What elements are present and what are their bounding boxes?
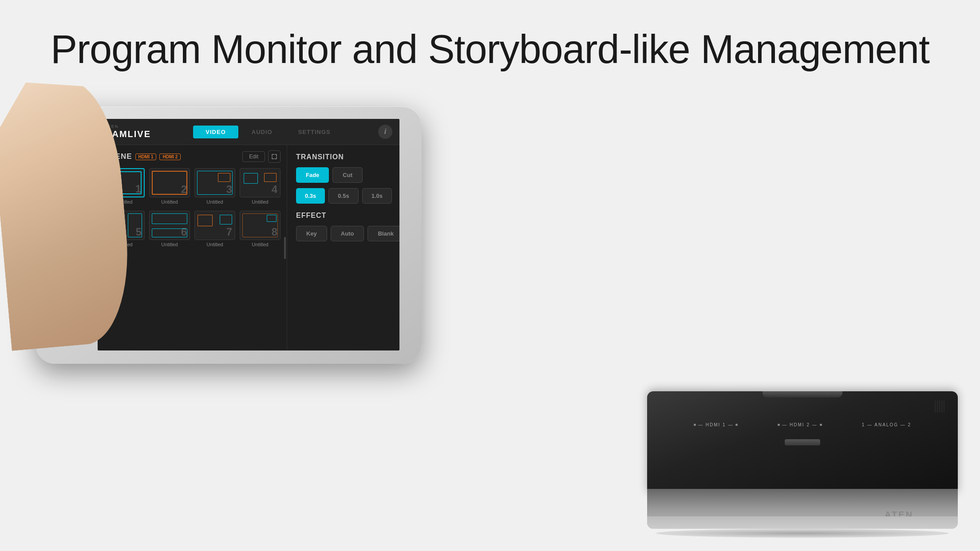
right-panel: TRANSITION Fade Cut 0.3s 0.5s 1.0s — [287, 145, 399, 350]
key-button[interactable]: Key — [296, 226, 327, 241]
scene-thumb-4: 4 — [240, 168, 281, 197]
vent-5 — [944, 400, 944, 413]
speed-10s-button[interactable]: 1.0s — [362, 188, 392, 204]
port-dot-1 — [694, 424, 696, 426]
vent-1 — [935, 400, 936, 413]
speed-05s-button[interactable]: 0.5s — [328, 188, 358, 204]
port-dot-3 — [778, 424, 780, 426]
port-dot-4 — [820, 424, 822, 426]
hdmi1-badge: HDMI 1 — [135, 153, 157, 160]
app-main-content: SCENE HDMI 1 HDMI 2 Edit — [98, 145, 399, 350]
port-hdmi1: — HDMI 1 — — [694, 422, 738, 427]
vent-3 — [939, 400, 940, 413]
scene-thumb-8: 8 — [240, 211, 281, 240]
scene-label-3: Untitled — [206, 199, 223, 205]
scene-item-8[interactable]: 8 Untitled — [240, 211, 281, 247]
scene-item-6[interactable]: 6 Untitled — [149, 211, 190, 247]
edit-button[interactable]: Edit — [242, 151, 265, 162]
app-header: ATEN CAMLIVE VIDEO AUDIO SETTINGS i — [98, 119, 399, 145]
scene-item-7[interactable]: 7 Untitled — [194, 211, 235, 247]
speed-03s-button[interactable]: 0.3s — [296, 188, 325, 204]
scene-header: SCENE HDMI 1 HDMI 2 Edit — [104, 150, 281, 163]
device-front-face: ATEN — [647, 489, 958, 529]
transition-speed-group: 0.3s 0.5s 1.0s — [296, 188, 399, 204]
scene-number-7: 7 — [226, 226, 232, 238]
scene-thumb-6: 6 — [149, 211, 190, 240]
scene-label-8: Untitled — [252, 242, 268, 247]
port-hdmi2: — HDMI 2 — — [778, 422, 822, 427]
fade-button[interactable]: Fade — [296, 167, 329, 183]
scene-number-5: 5 — [136, 226, 142, 238]
device-front-stripe — [647, 516, 958, 529]
auto-button[interactable]: Auto — [331, 226, 364, 241]
scene-grid: 1 Untitled 2 Untitled — [104, 168, 281, 247]
thumb-left-7 — [198, 215, 213, 226]
vent-4 — [941, 400, 942, 413]
vent-2 — [937, 400, 938, 413]
expand-button[interactable] — [268, 150, 281, 163]
scene-label-2: Untitled — [161, 199, 178, 205]
device-main-body: — HDMI 1 — — HDMI 2 — 1 — ANALOG — 2 — [647, 391, 958, 493]
info-button[interactable]: i — [378, 125, 392, 139]
port-dot-2 — [735, 424, 738, 426]
device-ports: — HDMI 1 — — HDMI 2 — 1 — ANALOG — 2 — [647, 422, 958, 427]
cut-button[interactable]: Cut — [332, 167, 363, 183]
thumb-pip-3 — [218, 173, 230, 182]
thumb-right-4 — [264, 173, 277, 182]
tab-settings[interactable]: SETTINGS — [286, 126, 343, 138]
effect-options-group: Key Auto Blank — [296, 226, 399, 241]
hdmi2-badge: HDMI 2 — [159, 153, 181, 160]
thumb-pip-8 — [267, 215, 277, 222]
device-center-button — [785, 439, 820, 445]
scene-number-4: 4 — [272, 183, 277, 196]
scene-label-7: Untitled — [206, 242, 223, 247]
effect-section: EFFECT Key Auto Blank — [296, 212, 399, 241]
thumb-left-4 — [244, 173, 258, 184]
effect-title: EFFECT — [296, 212, 399, 220]
tab-video[interactable]: VIDEO — [193, 126, 238, 138]
scene-label-4: Untitled — [252, 199, 268, 205]
scene-thumb-2: 2 — [149, 168, 190, 197]
device-body: — HDMI 1 — — HDMI 2 — 1 — ANALOG — 2 ATE… — [647, 391, 958, 529]
scene-number-3: 3 — [226, 183, 232, 196]
scene-item-2[interactable]: 2 Untitled — [149, 168, 190, 205]
thumb-right-7 — [220, 215, 232, 224]
app-tabs: VIDEO AUDIO SETTINGS — [158, 126, 378, 138]
transition-title: TRANSITION — [296, 153, 399, 161]
scene-item-4[interactable]: 4 Untitled — [240, 168, 281, 205]
scene-thumb-3: 3 — [194, 168, 235, 197]
brand-label: ATEN — [105, 124, 151, 129]
scrollbar-indicator[interactable] — [284, 237, 286, 259]
transition-section: TRANSITION Fade Cut 0.3s 0.5s 1.0s — [296, 153, 399, 204]
scene-number-1: 1 — [135, 183, 141, 195]
expand-icon — [271, 153, 277, 160]
transition-mode-group: Fade Cut — [296, 167, 399, 183]
device-wrapper: — HDMI 1 — — HDMI 2 — 1 — ANALOG — 2 ATE… — [647, 391, 958, 529]
device-shadow — [656, 529, 949, 538]
device-vents — [935, 400, 944, 413]
scene-number-2: 2 — [181, 183, 187, 196]
tab-audio[interactable]: AUDIO — [239, 126, 285, 138]
scene-label-6: Untitled — [161, 242, 178, 247]
tablet-screen: ATEN CAMLIVE VIDEO AUDIO SETTINGS i — [98, 119, 399, 350]
blank-button[interactable]: Blank — [368, 226, 399, 241]
scene-item-3[interactable]: 3 Untitled — [194, 168, 235, 205]
thumb-top-6 — [152, 213, 187, 224]
scene-number-8: 8 — [272, 226, 277, 238]
device-top-ridge — [763, 391, 842, 398]
page-title: Program Monitor and Storyboard-like Mana… — [0, 0, 980, 72]
scene-thumb-7: 7 — [194, 211, 235, 240]
port-analog: 1 — ANALOG — 2 — [862, 422, 911, 427]
scene-number-6: 6 — [181, 226, 187, 238]
